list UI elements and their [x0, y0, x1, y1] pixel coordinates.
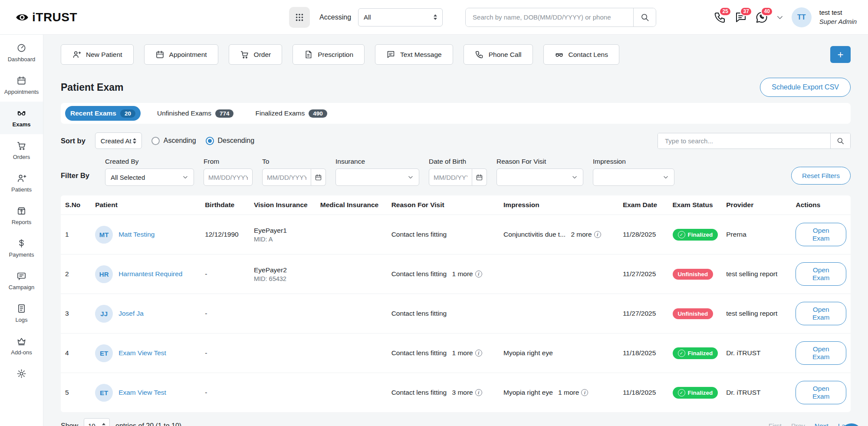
reason-more-chip[interactable]: 1 morei — [452, 349, 482, 357]
insurance-select[interactable] — [335, 168, 419, 186]
page-size-select[interactable]: 10 — [84, 418, 110, 426]
appointment-button[interactable]: Appointment — [144, 44, 218, 65]
user-avatar[interactable]: TT — [792, 7, 812, 27]
messages-button[interactable]: 37 — [734, 11, 747, 24]
chevron-down-icon — [663, 174, 669, 180]
info-icon: i — [581, 389, 588, 396]
reason-more-chip[interactable]: 1 morei — [452, 270, 482, 278]
apps-grid-button[interactable] — [289, 7, 310, 28]
accessing-select[interactable]: All — [358, 8, 443, 26]
campaign-icon — [16, 271, 26, 281]
col-vision-insurance: Vision Insurance — [250, 195, 316, 215]
from-date-input[interactable] — [204, 168, 253, 186]
created-by-select[interactable]: All Selected — [105, 168, 194, 186]
cell-exam-status: Unfinished — [668, 254, 722, 294]
cell-impression: i — [499, 294, 618, 334]
impression-more-chip[interactable]: 1 morei — [558, 389, 588, 396]
patient-name-link[interactable]: Harmantest Required — [118, 270, 182, 278]
dollar-icon — [16, 238, 26, 248]
dob-calendar-button[interactable] — [472, 168, 487, 186]
sort-ascending-radio[interactable]: Ascending — [151, 137, 196, 145]
dob-input[interactable] — [429, 168, 472, 186]
sidebar-item-logs[interactable]: Logs — [0, 297, 43, 330]
reason-text: Contact lens fitting — [391, 349, 447, 357]
unfinished-exams-count: 774 — [215, 109, 234, 118]
chevron-down-icon — [776, 13, 784, 21]
impression-more-chip[interactable]: 2 morei — [571, 231, 601, 238]
impression-select[interactable] — [593, 168, 674, 186]
calendar-icon — [315, 174, 322, 181]
open-exam-button[interactable]: Open Exam — [796, 341, 846, 365]
sidebar-item-settings[interactable] — [0, 362, 43, 385]
tab-recent-exams[interactable]: Recent Exams 20 — [65, 106, 141, 121]
phone-icon — [475, 50, 484, 59]
quick-actions-row: New Patient Appointment Order Prescripti… — [61, 44, 851, 65]
tab-finalized-exams[interactable]: Finalized Exams 490 — [250, 106, 332, 121]
sort-field-select[interactable]: Created At — [95, 132, 142, 149]
open-exam-button[interactable]: Open Exam — [796, 223, 846, 246]
pagination-first[interactable]: First — [769, 422, 782, 426]
sort-descending-radio[interactable]: Descending — [206, 137, 255, 145]
cell-sno: 5 — [61, 373, 91, 413]
table-search-input[interactable] — [658, 133, 830, 149]
cell-impression: Myopia right eye 1 morei — [499, 373, 618, 413]
add-button[interactable]: + — [830, 46, 851, 63]
sidebar-item-exams[interactable]: Exams — [0, 102, 43, 134]
open-exam-button[interactable]: Open Exam — [796, 302, 846, 325]
pagination-prev[interactable]: Prev — [791, 422, 805, 426]
sidebar-item-reports[interactable]: Reports — [0, 199, 43, 232]
messages-badge: 37 — [740, 7, 752, 16]
pagination-next[interactable]: Next — [815, 422, 829, 426]
cell-patient: MT Matt Testing — [91, 215, 201, 254]
calendar-icon — [16, 76, 26, 86]
patient-name-link[interactable]: Matt Testing — [118, 231, 155, 238]
reset-filters-button[interactable]: Reset Filters — [791, 167, 851, 185]
global-search-input[interactable] — [466, 8, 633, 26]
patient-name-link[interactable]: Exam View Test — [118, 389, 166, 396]
patient-avatar: MT — [95, 226, 113, 244]
radio-circle-icon — [206, 137, 214, 145]
open-exam-button[interactable]: Open Exam — [796, 262, 846, 286]
patient-name-link[interactable]: Exam View Test — [118, 349, 166, 357]
reason-for-visit-select[interactable] — [496, 168, 583, 186]
phone-call-button[interactable]: Phone Call — [464, 44, 533, 65]
filter-reason: Reason For Visit — [496, 158, 583, 186]
open-exam-button[interactable]: Open Exam — [796, 381, 846, 404]
tab-unfinished-exams[interactable]: Unfinished Exams 774 — [152, 106, 239, 121]
phone-badge: 25 — [719, 7, 731, 16]
to-date-input[interactable] — [262, 168, 311, 186]
cell-medical-insurance — [316, 215, 387, 254]
sidebar-item-appointments[interactable]: Appointments — [0, 69, 43, 102]
cell-actions: Open Exam — [791, 254, 851, 294]
table-row: 2 HR Harmantest Required - EyePayer2 MID… — [61, 254, 851, 294]
cell-exam-date: 11/27/2025 — [618, 254, 668, 294]
sidebar-item-campaign[interactable]: Campaign — [0, 264, 43, 297]
reason-more-chip[interactable]: 3 morei — [452, 389, 482, 396]
schedule-export-csv-button[interactable]: Schedule Export CSV — [760, 78, 851, 97]
col-actions: Actions — [791, 195, 851, 215]
phone-calls-button[interactable]: 25 — [713, 11, 727, 24]
cell-birthdate: - — [201, 254, 250, 294]
patient-name-link[interactable]: Josef Ja — [118, 310, 144, 317]
cell-sno: 2 — [61, 254, 91, 294]
table-row: 1 MT Matt Testing 12/12/1990 EyePayer1 M… — [61, 215, 851, 254]
whatsapp-button[interactable]: 40 — [755, 11, 768, 24]
col-reason: Reason For Visit — [387, 195, 499, 215]
prescription-button[interactable]: Prescription — [293, 44, 365, 65]
header-chevron-down[interactable] — [776, 13, 784, 21]
order-button[interactable]: Order — [229, 44, 283, 65]
sidebar-item-payments[interactable]: Payments — [0, 232, 43, 264]
to-date-calendar-button[interactable] — [311, 168, 326, 186]
itrust-logo[interactable]: iTRUST — [16, 10, 77, 24]
cell-exam-date: 11/27/2025 — [618, 294, 668, 334]
table-search-button[interactable] — [830, 133, 850, 149]
sidebar-item-orders[interactable]: Orders — [0, 134, 43, 167]
cell-vision-insurance — [250, 334, 316, 373]
contact-lens-button[interactable]: Contact Lens — [543, 44, 619, 65]
sidebar-item-patients[interactable]: Patients — [0, 167, 43, 199]
new-patient-button[interactable]: New Patient — [61, 44, 134, 65]
text-message-button[interactable]: Text Message — [375, 44, 453, 65]
sidebar-item-dashboard[interactable]: Dashboard — [0, 36, 43, 69]
global-search-button[interactable] — [633, 8, 656, 26]
sidebar-item-addons[interactable]: Add-ons — [0, 330, 43, 362]
